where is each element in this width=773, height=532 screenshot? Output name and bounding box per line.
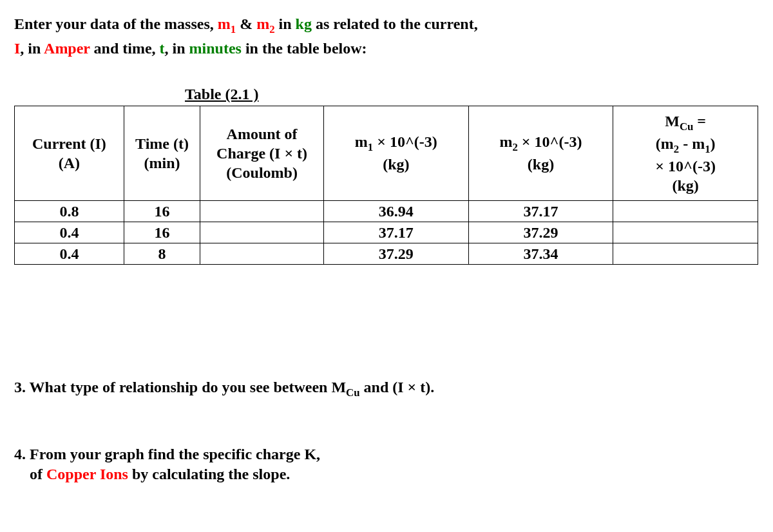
cell-mcu (613, 243, 758, 264)
cell-mcu (613, 200, 758, 222)
table-header-row: Current (I)(A) Time (t)(min) Amount ofCh… (15, 106, 758, 200)
cell-charge (200, 243, 324, 264)
cell-current: 0.8 (15, 200, 124, 222)
cell-m2: 37.29 (468, 222, 613, 243)
question-4: 4. From your graph find the specific cha… (14, 444, 759, 484)
cell-m2: 37.34 (468, 243, 613, 264)
col-charge: Amount ofCharge (I × t)(Coulomb) (200, 106, 324, 200)
instruction-text: Enter your data of the masses, m1 & m2 i… (14, 13, 759, 60)
table-row: 0.8 16 36.94 37.17 (15, 200, 758, 222)
col-mcu: MCu = (m2 - m1) × 10^(-3)(kg) (613, 106, 758, 200)
col-time: Time (t)(min) (124, 106, 200, 200)
cell-mcu (613, 222, 758, 243)
data-table: Current (I)(A) Time (t)(min) Amount ofCh… (14, 106, 758, 265)
question-3: 3. What type of relationship do you see … (14, 377, 759, 400)
cell-current: 0.4 (15, 243, 124, 264)
cell-m1: 37.29 (323, 243, 468, 264)
cell-m1: 37.17 (323, 222, 468, 243)
table-row: 0.4 8 37.29 37.34 (15, 243, 758, 264)
col-current: Current (I)(A) (15, 106, 124, 200)
cell-charge (200, 200, 324, 222)
cell-time: 16 (124, 200, 200, 222)
cell-time: 16 (124, 222, 200, 243)
table-row: 0.4 16 37.17 37.29 (15, 222, 758, 243)
cell-charge (200, 222, 324, 243)
cell-time: 8 (124, 243, 200, 264)
cell-m2: 37.17 (468, 200, 613, 222)
col-m2: m2 × 10^(-3)(kg) (468, 106, 613, 200)
col-m1: m1 × 10^(-3)(kg) (323, 106, 468, 200)
cell-current: 0.4 (15, 222, 124, 243)
cell-m1: 36.94 (323, 200, 468, 222)
table-caption: Table (2.1 ) (185, 86, 759, 103)
